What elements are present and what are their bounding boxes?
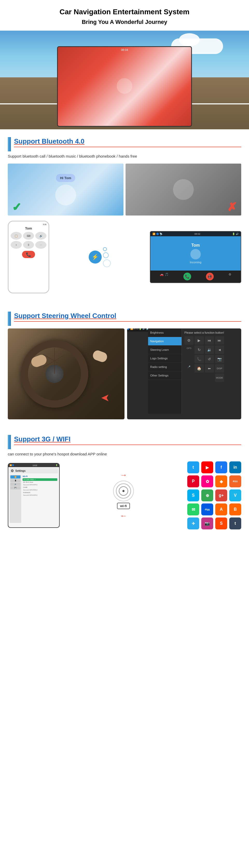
- wifi-settings-screen: 📶🔵 13:22 🔋 ⚙ Settings 📶 📱 🔊 💾: [8, 463, 60, 528]
- menu-item-radio-setting[interactable]: Radio setting: [148, 363, 182, 371]
- social-icon-share[interactable]: ◈: [215, 475, 227, 487]
- page-subtitle: Bring You A Wonderful Journey: [5, 19, 244, 26]
- bluetooth-transfer-animation: ⚡: [55, 247, 145, 267]
- social-icon-google[interactable]: ⊕: [201, 490, 213, 501]
- social-icon-blogger[interactable]: B: [229, 503, 241, 516]
- fn-btn-play[interactable]: ▶: [194, 336, 204, 345]
- wifi-title: Support 3G / WIFI: [14, 435, 241, 443]
- social-icon-twitter[interactable]: t: [187, 461, 199, 473]
- steering-right-content: Please select a function button! ⚙ ▶ ⏮ ⏭…: [182, 329, 227, 414]
- fn-btn-phone[interactable]: 📞: [194, 355, 204, 363]
- settings-label: Settings: [15, 469, 26, 472]
- call-status: Incoming: [190, 261, 202, 264]
- bluetooth-fail-img: ✗: [126, 163, 241, 216]
- hero-device-mock: [57, 46, 192, 127]
- menu-item-brightness[interactable]: Brightness: [148, 329, 182, 337]
- bluetooth-section: Support Bluetooth 4.0 Support bluetooth …: [0, 129, 249, 306]
- social-icon-linkedin[interactable]: in: [229, 461, 241, 473]
- steering-images: ➤ 🔵 📶 08:02 🔋 🔊 📡 Brightness Naviga: [8, 329, 241, 419]
- fn-btn-settings[interactable]: ⚙: [184, 336, 193, 345]
- fn-label-gps: GPS: [184, 346, 193, 351]
- social-icon-whatsapp[interactable]: ✉: [187, 503, 199, 516]
- reject-call-btn[interactable]: 📵: [206, 273, 214, 280]
- fn-label-empty3: [194, 374, 204, 379]
- phone-call-demo: 9:08 Tom 📋 ⌨ 🔊 + II ⋯ 📞 ⚡: [8, 221, 241, 293]
- wifi-content-row: 📶🔵 13:22 🔋 ⚙ Settings 📶 📱 🔊 💾: [8, 461, 241, 529]
- social-icon-facebook[interactable]: f: [215, 461, 227, 473]
- menu-statusbar: 🔵 📶 08:02 🔋 🔊 📡: [127, 329, 151, 332]
- wifi-title-divider: [14, 444, 241, 445]
- car-screen-statusbar: 📶 🔵 📡 08:02 🔋 🔊: [150, 231, 241, 236]
- social-icon-tumblr[interactable]: t: [229, 518, 241, 529]
- wifi-banner: Support 3G / WIFI: [8, 435, 241, 449]
- call-action-buttons: 🚗 🎵 📞 📵 ⚙: [150, 271, 241, 282]
- social-icon-stumble[interactable]: S: [215, 518, 227, 529]
- fn-btn-next[interactable]: ⏭: [215, 336, 224, 345]
- fn-label-empty4: [205, 374, 214, 379]
- social-icon-youtube[interactable]: ▶: [201, 461, 213, 473]
- social-icon-digg[interactable]: digg: [201, 503, 213, 516]
- social-icon-amazon[interactable]: A: [215, 503, 227, 516]
- steering-section: Support Steering Wheel Control ➤: [0, 306, 249, 430]
- car-call-screen: Tom Incoming: [150, 236, 241, 271]
- bluetooth-banner: Support Bluetooth 4.0: [8, 137, 241, 151]
- steering-title-divider: [14, 321, 241, 322]
- social-icon-rss[interactable]: RSS: [229, 475, 241, 487]
- menu-item-steering-learn[interactable]: Steering Learn: [148, 346, 182, 354]
- steering-left-menu: Brightness Navigation Steering Learn Log…: [148, 329, 182, 414]
- steering-menu-screen: 🔵 📶 08:02 🔋 🔊 📡 Brightness Navigation St…: [127, 329, 241, 419]
- fn-label-mic: 🎤: [184, 364, 193, 370]
- steering-title: Support Steering Wheel Control: [14, 312, 241, 320]
- fn-btn-mode[interactable]: MODE: [215, 374, 224, 382]
- car-headunit-mock: 📶 🔵 📡 08:02 🔋 🔊 Tom Incoming 🚗 🎵 📞 📵 ⚙: [150, 231, 241, 283]
- banner-bar-left: [8, 137, 11, 151]
- header-section: Car Navigation Entertainment System Brin…: [0, 0, 249, 31]
- social-icon-vimeo[interactable]: V: [229, 490, 241, 501]
- wifi-phone-time: 13:22: [33, 465, 37, 466]
- wifi-setting-title: WI-FI: [23, 475, 57, 477]
- caller-avatar: [190, 249, 201, 259]
- fn-label-empty: [184, 355, 193, 360]
- fn-btn-vol-down[interactable]: 🔉: [205, 346, 214, 354]
- fn-btn-home[interactable]: 🏠: [194, 364, 204, 373]
- bluetooth-title: Support Bluetooth 4.0: [14, 137, 241, 146]
- social-icon-pinterest[interactable]: P: [187, 475, 199, 487]
- fn-btn-back[interactable]: ◄: [215, 346, 224, 354]
- steering-banner: Support Steering Wheel Control: [8, 312, 241, 326]
- wifi-section: Support 3G / WIFI can connect to your ph…: [0, 430, 249, 535]
- wifi-banner-bar: [8, 435, 11, 449]
- title-divider: [14, 147, 241, 147]
- accept-call-btn[interactable]: 📞: [183, 273, 191, 280]
- social-icon-telegram[interactable]: ✈: [187, 518, 199, 529]
- caller-name-phone: Tom: [11, 226, 46, 230]
- steering-wheel-photo: ➤: [8, 329, 124, 419]
- steering-banner-bar: [8, 312, 11, 326]
- fn-btn-back2[interactable]: ⬅: [205, 364, 214, 373]
- menu-item-logo-settings[interactable]: Logo Settings: [148, 354, 182, 363]
- hero-device-screen: [58, 47, 191, 126]
- wifi-badge: wi-fi: [117, 503, 130, 509]
- bluetooth-desc: Support bluetooth call / bluetooth music…: [8, 154, 241, 158]
- fn-btn-disp[interactable]: DISP: [215, 364, 224, 373]
- wifi-transfer-animation: → wi-fi ←: [65, 471, 182, 520]
- wifi-desc: can connect to your phone's hospot downl…: [8, 452, 241, 456]
- caller-name-car: Tom: [191, 243, 200, 248]
- fn-btn-prev[interactable]: ⏮: [205, 336, 214, 345]
- fn-btn-rotate[interactable]: ↺: [205, 355, 214, 363]
- fn-label-empty2: [184, 374, 193, 379]
- hero-image: [0, 31, 249, 129]
- steering-prompt: Please select a function button!: [184, 331, 224, 334]
- bluetooth-comparison-images: Hi Tom ✓ ✗: [8, 163, 241, 216]
- page-title: Car Navigation Entertainment System: [5, 8, 244, 16]
- fn-btn-camera[interactable]: 📷: [215, 355, 224, 363]
- smartphone-mock: 9:08 Tom 📋 ⌨ 🔊 + II ⋯ 📞: [8, 221, 49, 293]
- menu-time: 08:02: [133, 329, 139, 330]
- social-icon-flickr[interactable]: ✿: [201, 475, 213, 487]
- fn-btn-refresh[interactable]: ↻: [194, 346, 204, 354]
- social-icons-grid: t▶finP✿◈RSSS⊕g+V✉diggAB✈📷St: [187, 461, 241, 529]
- menu-item-navigation[interactable]: Navigation: [148, 337, 182, 346]
- social-icon-instagram[interactable]: 📷: [201, 518, 213, 529]
- social-icon-skype[interactable]: S: [187, 490, 199, 501]
- social-icon-googleplus[interactable]: g+: [215, 490, 227, 501]
- menu-item-other-settings[interactable]: Other Settings: [148, 371, 182, 380]
